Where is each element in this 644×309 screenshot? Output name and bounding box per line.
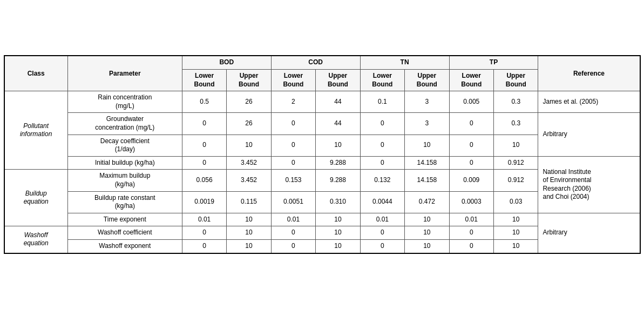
tp-header: TP <box>449 56 538 69</box>
cod-lower-cell: 0 <box>271 135 315 156</box>
tn-lower-cell: 0.0044 <box>360 191 404 213</box>
reference-cell: Arbitrary <box>538 213 640 253</box>
tn-lower-cell: 0 <box>360 135 404 156</box>
tp-lower-cell: 0.009 <box>449 170 493 191</box>
parameter-cell: Washoff exponent <box>67 239 182 253</box>
table-row: PollutantinformationRain concentration(m… <box>4 91 640 113</box>
bod-upper-cell: 0.115 <box>227 191 271 213</box>
tp-upper-cell: 0.912 <box>494 156 538 170</box>
bod-lower-cell: 0.0019 <box>182 191 226 213</box>
tp-upper-cell: 0.03 <box>494 191 538 213</box>
cod-lower-cell: 0 <box>271 226 315 240</box>
tn-upper-cell: 14.158 <box>405 170 449 191</box>
bod-upper-cell: 10 <box>227 239 271 253</box>
cod-lower-cell: 0 <box>271 113 315 135</box>
bod-header: BOD <box>182 56 271 69</box>
reference-header: Reference <box>538 56 640 91</box>
tp-upper-header: Upper Bound <box>494 70 538 91</box>
bod-lower-cell: 0.056 <box>182 170 226 191</box>
bod-lower-cell: 0.01 <box>182 213 226 226</box>
class-cell: Washoffequation <box>4 226 68 253</box>
table-row: Initial buildup (kg/ha)03.45209.288014.1… <box>4 156 640 170</box>
bod-lower-header: Lower Bound <box>182 70 226 91</box>
tn-header: TN <box>360 56 449 69</box>
cod-lower-cell: 0 <box>271 239 315 253</box>
bod-upper-cell: 26 <box>227 91 271 113</box>
tp-lower-cell: 0.005 <box>449 91 493 113</box>
tp-lower-cell: 0 <box>449 135 493 156</box>
bod-lower-cell: 0 <box>182 135 226 156</box>
bod-upper-cell: 10 <box>227 213 271 226</box>
reference-cell: National Instituteof EnvironmentalResear… <box>538 156 640 213</box>
reference-cell: James et al. (2005) <box>538 91 640 113</box>
parameter-cell: Decay coefficient(1/day) <box>67 135 182 156</box>
tn-upper-cell: 3 <box>405 91 449 113</box>
tn-upper-cell: 0.472 <box>405 191 449 213</box>
tp-upper-cell: 0.912 <box>494 170 538 191</box>
cod-lower-header: Lower Bound <box>271 70 315 91</box>
tn-upper-cell: 10 <box>405 135 449 156</box>
tn-lower-cell: 0.132 <box>360 170 404 191</box>
tn-upper-cell: 3 <box>405 113 449 135</box>
tp-upper-cell: 10 <box>494 239 538 253</box>
tn-lower-header: Lower Bound <box>360 70 404 91</box>
tp-lower-cell: 0.01 <box>449 213 493 226</box>
cod-lower-cell: 0.0051 <box>271 191 315 213</box>
bod-upper-cell: 10 <box>227 226 271 240</box>
tp-upper-cell: 0.3 <box>494 91 538 113</box>
cod-upper-cell: 10 <box>316 135 360 156</box>
cod-lower-cell: 0.153 <box>271 170 315 191</box>
cod-upper-header: Upper Bound <box>316 70 360 91</box>
tn-lower-cell: 0 <box>360 113 404 135</box>
table-row: Groundwaterconcentration (mg/L)026044030… <box>4 113 640 135</box>
cod-upper-cell: 9.288 <box>316 156 360 170</box>
parameter-header: Parameter <box>67 56 182 91</box>
tn-lower-cell: 0 <box>360 156 404 170</box>
tp-lower-cell: 0 <box>449 239 493 253</box>
tp-lower-header: Lower Bound <box>449 70 493 91</box>
bod-upper-cell: 10 <box>227 135 271 156</box>
parameter-cell: Time exponent <box>67 213 182 226</box>
bod-upper-cell: 3.452 <box>227 156 271 170</box>
bod-lower-cell: 0 <box>182 156 226 170</box>
class-header: Class <box>4 56 68 91</box>
tn-upper-cell: 10 <box>405 213 449 226</box>
tp-upper-cell: 10 <box>494 135 538 156</box>
tp-lower-cell: 0 <box>449 156 493 170</box>
tp-lower-cell: 0 <box>449 226 493 240</box>
class-cell: Buildupequation <box>4 170 68 226</box>
tp-lower-cell: 0 <box>449 113 493 135</box>
cod-upper-cell: 10 <box>316 213 360 226</box>
tp-upper-cell: 10 <box>494 213 538 226</box>
cod-upper-cell: 9.288 <box>316 170 360 191</box>
parameter-cell: Maximum buildup(kg/ha) <box>67 170 182 191</box>
parameter-cell: Washoff coefficient <box>67 226 182 240</box>
table-container: Class Parameter BOD COD TN TP Reference … <box>4 55 641 253</box>
tn-upper-cell: 14.158 <box>405 156 449 170</box>
tp-lower-cell: 0.0003 <box>449 191 493 213</box>
tn-lower-cell: 0.01 <box>360 213 404 226</box>
cod-lower-cell: 0.01 <box>271 213 315 226</box>
cod-upper-cell: 44 <box>316 113 360 135</box>
bod-upper-cell: 26 <box>227 113 271 135</box>
parameter-cell: Rain concentration(mg/L) <box>67 91 182 113</box>
tn-lower-cell: 0 <box>360 226 404 240</box>
tp-upper-cell: 10 <box>494 226 538 240</box>
table-row: Time exponent0.01100.01100.01100.0110Arb… <box>4 213 640 226</box>
class-cell: Pollutantinformation <box>4 91 68 170</box>
cod-upper-cell: 10 <box>316 239 360 253</box>
parameter-cell: Groundwaterconcentration (mg/L) <box>67 113 182 135</box>
cod-lower-cell: 0 <box>271 156 315 170</box>
bod-lower-cell: 0 <box>182 113 226 135</box>
tn-lower-cell: 0 <box>360 239 404 253</box>
cod-upper-cell: 44 <box>316 91 360 113</box>
cod-lower-cell: 2 <box>271 91 315 113</box>
parameter-cell: Buildup rate constant(kg/ha) <box>67 191 182 213</box>
bod-lower-cell: 0 <box>182 226 226 240</box>
tp-upper-cell: 0.3 <box>494 113 538 135</box>
bod-lower-cell: 0.5 <box>182 91 226 113</box>
bod-lower-cell: 0 <box>182 239 226 253</box>
data-table: Class Parameter BOD COD TN TP Reference … <box>4 55 641 253</box>
cod-upper-cell: 10 <box>316 226 360 240</box>
tn-upper-cell: 10 <box>405 239 449 253</box>
